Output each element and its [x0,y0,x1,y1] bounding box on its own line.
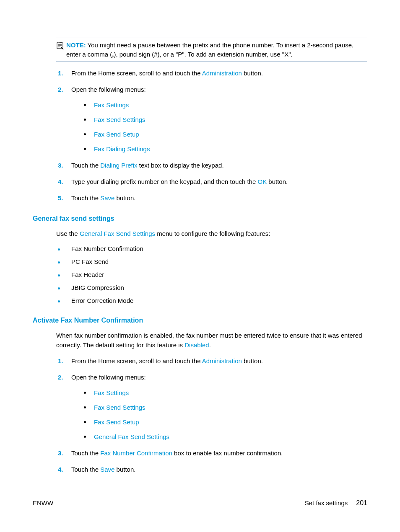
ui-term-dialing-prefix: Dialing Prefix [100,162,137,169]
submenu-item: Fax Settings [84,101,367,109]
page-footer: ENWW Set fax settings 201 [33,499,367,507]
activate-intro: When fax number confirmation is enabled,… [56,331,367,350]
steps-list-2: From the Home screen, scroll to and touc… [56,356,367,474]
submenu-list-1: Fax Settings Fax Send Settings Fax Send … [84,101,367,153]
submenu-item: Fax Send Setup [84,418,367,426]
submenu-list-2: Fax Settings Fax Send Settings Fax Send … [84,388,367,441]
feature-item: PC Fax Send [67,258,367,265]
submenu-item: Fax Settings [84,388,367,397]
heading-activate-fax-confirmation: Activate Fax Number Confirmation [33,317,367,324]
ui-term-disabled: Disabled [184,341,209,349]
submenu-item: Fax Dialing Settings [84,145,367,153]
feature-item: Fax Number Confirmation [67,245,367,252]
heading-general-fax-send: General fax send settings [33,215,367,222]
submenu-item: Fax Send Settings [84,115,367,124]
ui-term-save: Save [100,194,114,201]
step-5: Touch the Save button. [67,194,367,202]
feature-item: JBIG Compression [67,284,367,291]
features-list: Fax Number Confirmation PC Fax Send Fax … [56,245,367,304]
footer-right: Set fax settings 201 [305,499,367,507]
ui-term-administration: Administration [202,357,242,364]
general-intro: Use the General Fax Send Settings menu t… [56,229,367,239]
step-1: From the Home screen, scroll to and touc… [67,356,367,365]
step-2: Open the following menus: Fax Settings F… [67,85,367,153]
feature-item: Error Correction Mode [67,297,367,304]
submenu-item: Fax Send Settings [84,403,367,412]
ui-term-save: Save [100,466,114,473]
submenu-item: Fax Send Setup [84,130,367,139]
footer-left: ENWW [33,499,53,507]
note-body-2: ), pound sign (#), or a "P". To add an e… [114,51,292,58]
step-4: Touch the Save button. [67,465,367,474]
step-3: Touch the Fax Number Confirmation box to… [67,449,367,457]
step-1: From the Home screen, scroll to and touc… [67,69,367,77]
feature-item: Fax Header [67,271,367,278]
page-content: NOTE: You might need a pause between the… [0,0,400,506]
submenu-item: General Fax Send Settings [84,432,367,441]
step-4: Type your dialing prefix number on the k… [67,177,367,186]
footer-section-title: Set fax settings [305,499,348,506]
step-2: Open the following menus: Fax Settings F… [67,373,367,441]
ui-term-administration: Administration [202,70,242,77]
ui-term-general-fax-send-settings: General Fax Send Settings [80,230,155,237]
ui-term-fax-number-confirmation: Fax Number Confirmation [100,449,172,457]
page-number: 201 [356,499,367,507]
note-icon [56,41,65,50]
note-label: NOTE: [66,41,86,49]
note-text: NOTE: You might need a pause between the… [66,41,367,59]
step-3: Touch the Dialing Prefix text box to dis… [67,161,367,170]
steps-list-1: From the Home screen, scroll to and touc… [56,69,367,202]
ui-term-ok: OK [257,178,267,185]
note-box: NOTE: You might need a pause between the… [56,38,367,62]
